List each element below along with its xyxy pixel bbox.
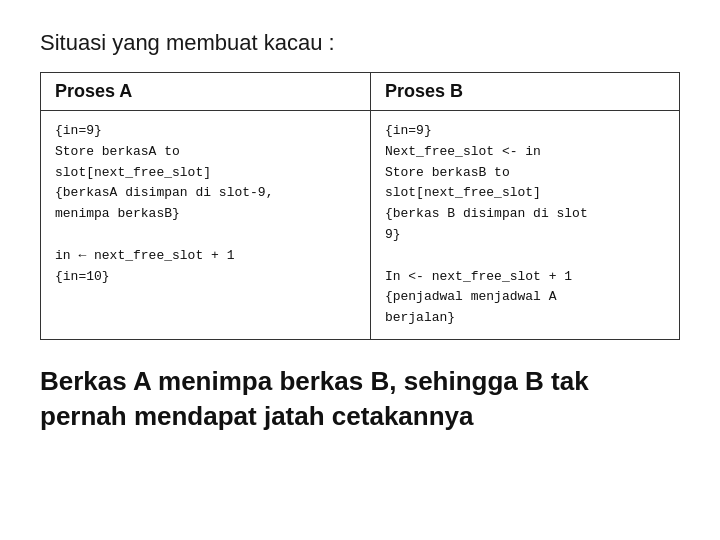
cell-proses-b: {in=9} Next_free_slot <- in Store berkas… — [370, 111, 679, 340]
header-proses-a: Proses A — [41, 73, 371, 111]
page-title: Situasi yang membuat kacau : — [40, 30, 680, 56]
footer-text: Berkas A menimpa berkas B, sehingga B ta… — [40, 364, 680, 434]
header-proses-b: Proses B — [370, 73, 679, 111]
cell-proses-a: {in=9} Store berkasA to slot[next_free_s… — [41, 111, 371, 340]
process-table: Proses A Proses B {in=9} Store berkasA t… — [40, 72, 680, 340]
